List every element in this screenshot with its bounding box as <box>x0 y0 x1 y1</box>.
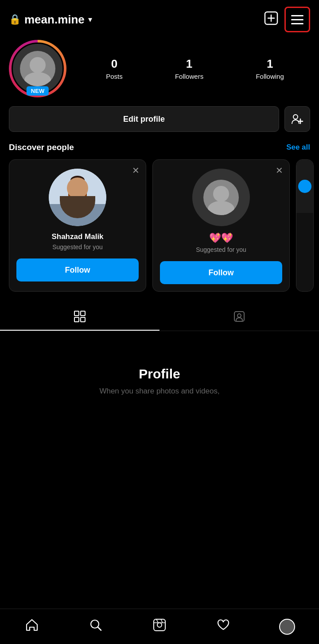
heart-icon <box>217 618 230 635</box>
empty-title: Profile <box>139 366 180 382</box>
svg-point-12 <box>70 177 85 192</box>
discover-header: Discover people See all <box>0 143 319 152</box>
bottom-nav <box>0 609 319 644</box>
following-count: 1 <box>267 57 273 71</box>
profile-row: NEW 0 Posts 1 Followers 1 Following <box>9 40 310 97</box>
card-avatar-unknown[interactable] <box>192 169 250 226</box>
svg-rect-9 <box>70 201 77 216</box>
new-badge: NEW <box>27 86 49 96</box>
discover-title: Discover people <box>9 143 74 152</box>
username[interactable]: mean.mine <box>24 13 85 27</box>
svg-rect-14 <box>74 311 79 316</box>
card-subtitle-shahzad: Suggested for you <box>52 243 103 251</box>
stat-followers[interactable]: 1 Followers <box>175 57 203 80</box>
stat-posts[interactable]: 0 Posts <box>106 57 123 80</box>
svg-rect-7 <box>49 169 106 204</box>
card-avatar-shahzad[interactable] <box>49 169 106 226</box>
svg-rect-11 <box>68 188 87 202</box>
tabs-row <box>0 305 319 331</box>
empty-subtitle: When you share photos and videos, <box>99 387 219 396</box>
suggestions-scroll: ✕ <box>0 159 319 292</box>
profile-section: NEW 0 Posts 1 Followers 1 Following Edit… <box>0 35 319 132</box>
see-all-button[interactable]: See all <box>286 143 310 152</box>
profile-actions: Edit profile <box>9 106 310 132</box>
card-silhouette-unknown <box>203 180 239 215</box>
followers-label: Followers <box>175 73 203 80</box>
svg-rect-22 <box>154 619 165 631</box>
svg-rect-17 <box>81 317 85 322</box>
tab-tagged[interactable] <box>160 305 319 331</box>
follow-button-unknown[interactable]: Follow <box>160 261 282 284</box>
tagged-icon <box>233 311 245 325</box>
svg-rect-15 <box>81 311 85 316</box>
top-bar-left: 🔒 mean.mine ▾ <box>9 13 92 27</box>
svg-line-21 <box>98 627 101 630</box>
tab-grid[interactable] <box>0 305 160 331</box>
card-subtitle-unknown: Suggested for you <box>196 246 246 253</box>
grid-icon <box>74 311 86 325</box>
card-emoji-name: 💖💖 <box>209 232 233 244</box>
nav-profile[interactable] <box>274 613 300 640</box>
partial-suggestion-card <box>296 159 314 292</box>
home-icon <box>25 618 39 635</box>
chevron-down-icon[interactable]: ▾ <box>88 15 92 24</box>
svg-point-13 <box>70 176 85 185</box>
top-bar-right <box>264 7 310 32</box>
stats-row: 0 Posts 1 Followers 1 Following <box>80 57 310 80</box>
lock-icon: 🔒 <box>9 14 21 25</box>
menu-button[interactable] <box>284 7 310 32</box>
following-label: Following <box>256 73 284 80</box>
posts-label: Posts <box>106 73 123 80</box>
nav-home[interactable] <box>19 613 45 640</box>
suggestion-card-unknown: ✕ 💖💖 Suggested for you Follow <box>152 159 290 292</box>
add-post-icon[interactable] <box>264 11 278 28</box>
search-icon <box>89 618 102 635</box>
svg-line-26 <box>161 619 163 623</box>
suggestion-card-shahzad: ✕ <box>9 159 146 292</box>
svg-rect-10 <box>78 201 85 216</box>
nav-activity[interactable] <box>210 613 237 640</box>
followers-count: 1 <box>186 57 192 71</box>
avatar[interactable]: NEW <box>9 40 66 97</box>
close-icon-unknown[interactable]: ✕ <box>276 166 283 175</box>
follow-button-shahzad[interactable]: Follow <box>16 258 139 282</box>
svg-point-19 <box>237 314 241 317</box>
nav-search[interactable] <box>82 613 109 640</box>
close-icon-shahzad[interactable]: ✕ <box>132 166 140 175</box>
top-bar: 🔒 mean.mine ▾ <box>0 0 319 35</box>
nav-reels[interactable] <box>146 613 173 640</box>
nav-profile-avatar <box>279 619 295 635</box>
svg-line-25 <box>156 619 158 623</box>
svg-point-3 <box>293 115 298 119</box>
svg-point-23 <box>157 623 162 627</box>
grid-content: Profile When you share photos and videos… <box>0 331 319 464</box>
stat-following[interactable]: 1 Following <box>256 57 284 80</box>
posts-count: 0 <box>111 57 117 71</box>
svg-rect-16 <box>74 317 79 322</box>
shahzad-photo <box>49 169 106 226</box>
add-person-button[interactable] <box>284 106 310 132</box>
reels-icon <box>153 618 166 635</box>
edit-profile-button[interactable]: Edit profile <box>9 106 279 132</box>
card-name-shahzad: Shahzad Malik <box>51 232 103 241</box>
avatar-silhouette <box>20 51 55 86</box>
